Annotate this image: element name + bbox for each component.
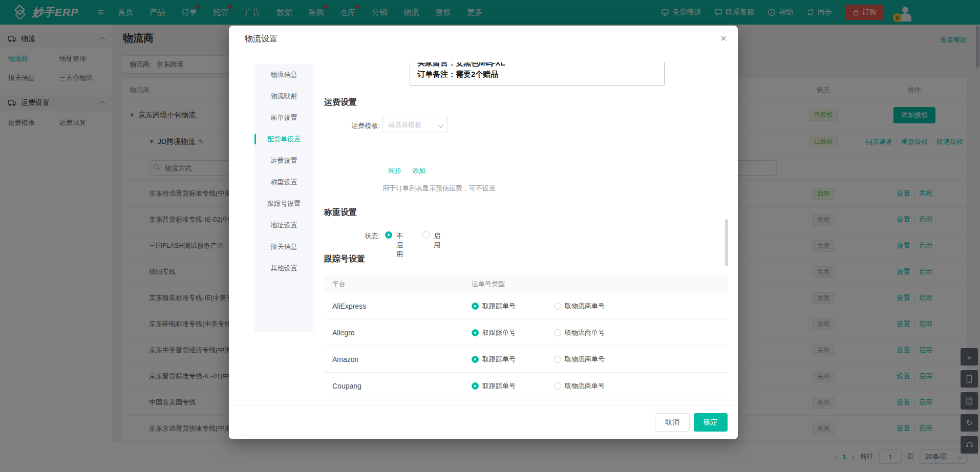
modal-tab-rail: 物流信息 物流映射 面单设置 配货单设置 运费设置 称重设置 跟踪号设置 地址设… — [254, 64, 313, 332]
modal-title: 物流设置 — [245, 34, 278, 45]
tab-customs-info[interactable]: 报关信息 — [254, 236, 313, 258]
freight-hint: 用于订单列表显示预估运费，可不设置 — [382, 184, 496, 193]
modal-header: 物流设置 × — [229, 26, 738, 53]
tab-tracking-number-settings[interactable]: 跟踪号设置 — [254, 193, 313, 214]
radio-tracking-number-selected[interactable] — [472, 356, 479, 363]
tab-weighing-settings[interactable]: 称重设置 — [254, 171, 313, 193]
tab-logistics-info[interactable]: 物流信息 — [254, 64, 313, 85]
platform-name: Coupang — [324, 382, 472, 390]
option-disabled-label[interactable]: 不启用 — [396, 231, 403, 259]
tracking-row: eMAG 取跟踪单号 取物流商单号 — [324, 399, 728, 404]
tab-freight-settings[interactable]: 运费设置 — [254, 150, 313, 171]
option-provider-number[interactable]: 取物流商单号 — [565, 328, 605, 337]
close-icon[interactable]: × — [720, 33, 727, 44]
option-tracking-number[interactable]: 取跟踪单号 — [482, 355, 516, 364]
radio-enabled[interactable] — [422, 231, 430, 239]
freight-template-select[interactable]: 请选择模板 — [382, 117, 448, 133]
tracking-row: Allegro 取跟踪单号 取物流商单号 — [324, 319, 728, 346]
tracking-table-header: 平台 运单号类型 — [324, 275, 728, 293]
radio-tracking-number-selected[interactable] — [472, 382, 479, 390]
option-provider-number[interactable]: 取物流商单号 — [565, 355, 605, 364]
tracking-row: Amazon 取跟踪单号 取物流商单号 — [324, 346, 728, 373]
platform-name: AliExpress — [324, 302, 472, 310]
chevron-down-icon — [438, 122, 443, 127]
screen: 妙手ERP ≡ 首页 产品 订单 托管 广告 数据 采购 仓库 分销 物流 授权… — [0, 0, 980, 472]
select-placeholder: 请选择模板 — [388, 120, 421, 130]
status-label: 状态: — [340, 231, 380, 241]
column-platform: 平台 — [324, 280, 472, 289]
option-provider-number[interactable]: 取物流商单号 — [565, 302, 605, 311]
freight-section-title: 运费设置 — [324, 97, 357, 108]
radio-provider-number[interactable] — [554, 382, 561, 390]
tracking-row: Coupang 取跟踪单号 取物流商单号 — [324, 373, 728, 399]
radio-provider-number[interactable] — [554, 356, 561, 363]
preview-buyer-message: 买家留言：女黑色M码-XL — [410, 62, 664, 69]
weighing-section-title: 称重设置 — [324, 207, 357, 218]
platform-name: Amazon — [324, 355, 472, 363]
tab-logistics-mapping[interactable]: 物流映射 — [254, 85, 313, 107]
option-tracking-number[interactable]: 取跟踪单号 — [482, 381, 516, 391]
modal-scroll-content[interactable]: 买家留言：女黑色M码-XL 订单备注：需要2个赠品 运费设置 运费模板: 请选择… — [313, 62, 730, 404]
radio-provider-number[interactable] — [554, 303, 561, 310]
sync-template-link[interactable]: 同步 — [388, 166, 401, 176]
picking-list-preview: 买家留言：女黑色M码-XL 订单备注：需要2个赠品 — [410, 62, 665, 86]
platform-name: Allegro — [324, 329, 472, 337]
option-tracking-number[interactable]: 取跟踪单号 — [482, 302, 516, 311]
tab-address-settings[interactable]: 地址设置 — [254, 214, 313, 236]
cancel-button[interactable]: 取消 — [655, 413, 690, 432]
tab-label-settings[interactable]: 面单设置 — [254, 107, 313, 128]
modal-footer: 取消 确定 — [229, 405, 738, 439]
freight-template-label: 运费模板: — [340, 121, 380, 131]
tracking-row: AliExpress 取跟踪单号 取物流商单号 — [324, 293, 728, 319]
modal-scrollbar-thumb[interactable] — [725, 219, 728, 266]
option-tracking-number[interactable]: 取跟踪单号 — [482, 328, 516, 337]
option-provider-number[interactable]: 取物流商单号 — [565, 381, 605, 391]
tracking-section-title: 跟踪号设置 — [324, 254, 365, 265]
preview-order-note: 订单备注：需要2个赠品 — [410, 69, 664, 80]
radio-provider-number[interactable] — [554, 329, 561, 336]
column-waybill-type: 运单号类型 — [472, 280, 505, 289]
tab-picking-list-settings[interactable]: 配货单设置 — [254, 128, 313, 150]
radio-tracking-number-selected[interactable] — [472, 329, 479, 336]
option-enabled-label[interactable]: 启用 — [434, 231, 440, 250]
tab-other-settings[interactable]: 其他设置 — [254, 258, 313, 279]
tracking-table: 平台 运单号类型 AliExpress 取跟踪单号 取物流商单号 Allegro… — [324, 275, 728, 404]
logistics-settings-modal: 物流设置 × 物流信息 物流映射 面单设置 配货单设置 运费设置 称重设置 跟踪… — [229, 26, 738, 439]
confirm-button[interactable]: 确定 — [694, 413, 728, 432]
add-template-link[interactable]: 添加 — [412, 166, 425, 176]
radio-disabled-selected[interactable] — [385, 231, 392, 239]
radio-tracking-number-selected[interactable] — [472, 303, 479, 310]
